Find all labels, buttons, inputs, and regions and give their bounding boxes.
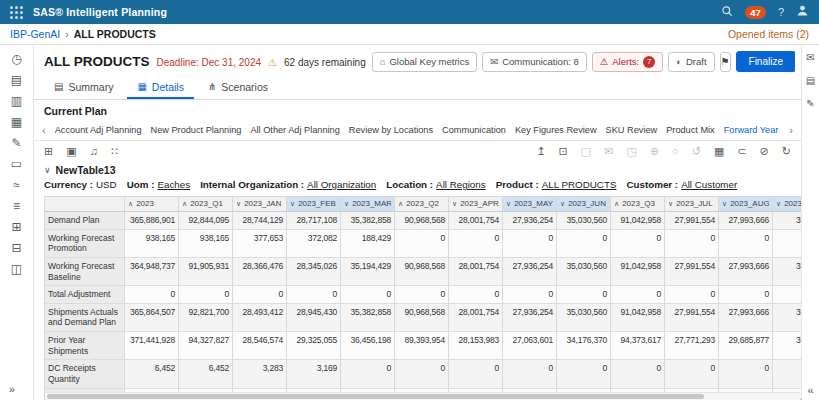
data-cell[interactable]: 92,821,700 bbox=[179, 304, 233, 332]
data-cell[interactable]: 28,493,412 bbox=[233, 304, 287, 332]
data-cell[interactable]: 6,452 bbox=[179, 360, 233, 388]
data-cell[interactable]: 371,441,928 bbox=[125, 332, 179, 360]
data-cell[interactable]: 28,001,754 bbox=[449, 212, 503, 230]
filter-value[interactable]: ALL PRODUCTS bbox=[542, 179, 617, 190]
notifications-badge[interactable]: 47 bbox=[745, 6, 766, 19]
data-cell[interactable]: 0 bbox=[611, 360, 665, 388]
data-cell[interactable]: 0 bbox=[557, 286, 611, 304]
search-icon[interactable] bbox=[721, 3, 733, 21]
data-cell[interactable]: 938,165 bbox=[179, 230, 233, 258]
folder-icon[interactable]: ⊞ bbox=[11, 221, 21, 233]
data-cell[interactable]: 27,993,666 bbox=[719, 258, 773, 286]
list-icon[interactable]: ≡ bbox=[13, 200, 20, 212]
data-cell[interactable]: 0 bbox=[773, 360, 801, 388]
data-cell[interactable]: 29,685,877 bbox=[719, 332, 773, 360]
notes-icon[interactable]: ✎ bbox=[806, 99, 814, 109]
data-cell[interactable]: 36,916, bbox=[773, 332, 801, 360]
apps-menu-icon[interactable] bbox=[10, 6, 23, 19]
filter-value[interactable]: All Organization bbox=[307, 179, 376, 190]
data-cell[interactable]: 3,169 bbox=[287, 360, 341, 388]
bookmark-button[interactable]: ⚑ bbox=[720, 52, 731, 72]
data-cell[interactable]: 28,717,108 bbox=[287, 212, 341, 230]
data-cell[interactable]: 0 bbox=[341, 286, 395, 304]
block-icon[interactable]: ⊘ bbox=[760, 146, 769, 157]
data-cell[interactable]: 35,382,858 bbox=[341, 212, 395, 230]
properties-icon[interactable]: ▤ bbox=[806, 76, 815, 86]
finalize-button[interactable]: Finalize bbox=[736, 51, 795, 72]
data-cell[interactable]: 90,968,568 bbox=[395, 258, 449, 286]
column-header-2023-may[interactable]: ∨2023_MAY bbox=[503, 197, 557, 212]
data-cell[interactable]: 35,382,858 bbox=[341, 304, 395, 332]
data-cell[interactable]: 35,030,560 bbox=[557, 212, 611, 230]
filter-value[interactable]: Eaches bbox=[157, 179, 190, 190]
data-cell[interactable]: 27,771,293 bbox=[665, 332, 719, 360]
data-cell[interactable]: 91,042,958 bbox=[611, 304, 665, 332]
subtab-new-product-planning[interactable]: New Product Planning bbox=[151, 125, 242, 135]
dashboard-icon[interactable]: ▦ bbox=[11, 116, 22, 128]
data-cell[interactable]: 3,283 bbox=[233, 360, 287, 388]
scrollbar-thumb[interactable] bbox=[47, 394, 704, 399]
help-icon[interactable]: ? bbox=[778, 6, 784, 18]
media-icon[interactable]: ♫ bbox=[90, 146, 98, 157]
data-cell[interactable]: 35,057, bbox=[773, 212, 801, 230]
data-cell[interactable]: 0 bbox=[719, 230, 773, 258]
data-cell[interactable]: 0 bbox=[611, 230, 665, 258]
chart-icon[interactable]: ≈ bbox=[13, 179, 20, 191]
link-icon[interactable]: ⊡ bbox=[559, 146, 568, 157]
data-cell[interactable]: 6,452 bbox=[125, 360, 179, 388]
data-cell[interactable]: 0 bbox=[503, 360, 557, 388]
data-icon[interactable]: ⊟ bbox=[11, 242, 21, 254]
horizontal-scrollbar[interactable] bbox=[45, 392, 800, 400]
data-cell[interactable]: 0 bbox=[773, 286, 801, 304]
data-cell[interactable]: 0 bbox=[557, 230, 611, 258]
grid-icon[interactable]: ∷ bbox=[111, 146, 118, 157]
data-cell[interactable]: 28,345,026 bbox=[287, 258, 341, 286]
data-cell[interactable]: 90,968,568 bbox=[395, 212, 449, 230]
user-profile-icon[interactable] bbox=[796, 3, 809, 21]
subtab-all-other-adj-planning[interactable]: All Other Adj Planning bbox=[250, 125, 339, 135]
data-cell[interactable]: 0 bbox=[719, 360, 773, 388]
data-cell[interactable]: 34,176,370 bbox=[557, 332, 611, 360]
column-header-2023-apr[interactable]: ∨2023_APR bbox=[449, 197, 503, 212]
data-cell[interactable]: 0 bbox=[665, 230, 719, 258]
column-header-2023-q1[interactable]: ∧2023_Q1 bbox=[179, 197, 233, 212]
data-cell[interactable]: 35,194,429 bbox=[341, 258, 395, 286]
column-header-2023-aug[interactable]: ∨2023_AUG bbox=[719, 197, 773, 212]
subtab-communication[interactable]: Communication bbox=[442, 125, 506, 135]
tab-summary[interactable]: ▤Summary bbox=[44, 76, 123, 99]
page-icon[interactable]: ▭ bbox=[11, 158, 22, 170]
subtab-sku-review[interactable]: SKU Review bbox=[606, 125, 658, 135]
comments-icon[interactable]: ✉ bbox=[806, 53, 814, 63]
data-cell[interactable]: 938,165 bbox=[125, 230, 179, 258]
data-cell[interactable]: 365,864,507 bbox=[125, 304, 179, 332]
data-cell[interactable]: 27,936,254 bbox=[503, 258, 557, 286]
data-cell[interactable]: 0 bbox=[395, 230, 449, 258]
column-header-2023[interactable]: ∧2023 bbox=[125, 197, 179, 212]
calendar-icon[interactable]: ⊞ bbox=[44, 146, 53, 157]
subtabs-prev-icon[interactable]: ‹ bbox=[42, 124, 46, 136]
data-cell[interactable]: 27,936,254 bbox=[503, 212, 557, 230]
subtab-product-mix[interactable]: Product Mix bbox=[666, 125, 715, 135]
tab-details[interactable]: ▦Details bbox=[127, 76, 194, 99]
tab-scenarios[interactable]: ⋔Scenarios bbox=[198, 76, 278, 99]
report-icon[interactable]: ▥ bbox=[11, 95, 22, 107]
table-icon[interactable]: ▦ bbox=[714, 146, 724, 157]
data-cell[interactable]: 0 bbox=[395, 286, 449, 304]
subtab-key-figures-review[interactable]: Key Figures Review bbox=[515, 125, 597, 135]
data-cell[interactable]: 36,456,198 bbox=[341, 332, 395, 360]
recent-icon[interactable]: ◷ bbox=[11, 53, 21, 65]
expand-rail-icon[interactable]: » bbox=[0, 383, 15, 395]
data-cell[interactable]: 28,001,754 bbox=[449, 258, 503, 286]
data-cell[interactable]: 0 bbox=[287, 286, 341, 304]
global-key-metrics-button[interactable]: ⌂ Global Key metrics bbox=[372, 52, 477, 72]
data-cell[interactable]: 91,905,931 bbox=[179, 258, 233, 286]
data-cell[interactable]: 0 bbox=[341, 360, 395, 388]
data-cell[interactable]: 0 bbox=[557, 360, 611, 388]
data-cell[interactable]: 28,945,430 bbox=[287, 304, 341, 332]
communication-button[interactable]: ✉ Communication: 8 bbox=[482, 52, 587, 72]
data-cell[interactable]: 29,325,055 bbox=[287, 332, 341, 360]
edit-icon[interactable]: ✎ bbox=[11, 137, 21, 149]
filter-value[interactable]: All Regions bbox=[436, 179, 486, 190]
column-header-2023-jul[interactable]: ∨2023_JUL bbox=[665, 197, 719, 212]
filter-value[interactable]: All Customer bbox=[681, 179, 737, 190]
